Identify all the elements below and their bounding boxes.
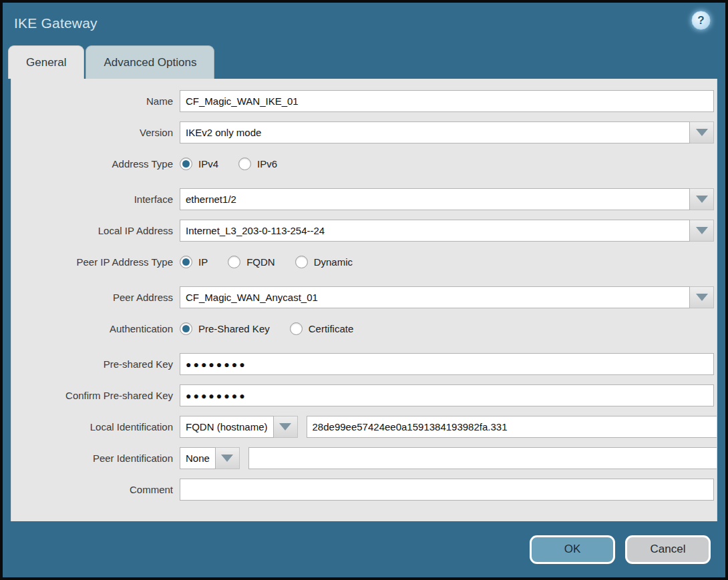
name-input[interactable] xyxy=(180,90,714,112)
interface-label: Interface xyxy=(11,194,180,205)
peer-identification-type-dropdown[interactable]: None xyxy=(180,447,240,469)
name-row: Name xyxy=(11,90,717,112)
chevron-down-icon[interactable] xyxy=(216,447,240,469)
auth-certificate-radio[interactable]: Certificate xyxy=(290,322,354,335)
ok-button[interactable]: OK xyxy=(530,535,615,564)
radio-selected-icon xyxy=(180,322,192,335)
local-identification-label: Local Identification xyxy=(11,421,180,432)
chevron-down-icon[interactable] xyxy=(690,220,714,242)
radio-label: IPv4 xyxy=(198,158,218,170)
footer-bar: OK Cancel xyxy=(3,521,725,577)
local-identification-type-value: FQDN (hostname) xyxy=(180,416,274,438)
comment-row: Comment xyxy=(11,479,717,501)
peer-address-row: Peer Address CF_Magic_WAN_Anycast_01 xyxy=(11,286,717,308)
ike-gateway-dialog: IKE Gateway ? General Advanced Options N… xyxy=(0,0,728,580)
chevron-down-icon[interactable] xyxy=(690,188,714,210)
peer-ip-address-type-label: Peer IP Address Type xyxy=(11,256,180,268)
peer-type-ip-radio[interactable]: IP xyxy=(180,256,208,268)
interface-row: Interface ethernet1/2 xyxy=(11,188,717,210)
comment-label: Comment xyxy=(11,484,180,495)
version-label: Version xyxy=(11,127,180,138)
title-bar: IKE Gateway ? xyxy=(3,3,725,41)
help-icon[interactable]: ? xyxy=(691,11,711,30)
version-dropdown[interactable]: IKEv2 only mode xyxy=(180,121,714,143)
peer-identification-type-value: None xyxy=(180,447,216,469)
peer-type-fqdn-radio[interactable]: FQDN xyxy=(228,256,275,268)
pre-shared-key-label: Pre-shared Key xyxy=(11,358,180,370)
local-ip-address-row: Local IP Address Internet_L3_203-0-113-2… xyxy=(11,220,717,242)
address-type-row: Address Type IPv4 IPv6 xyxy=(11,153,717,175)
authentication-label: Authentication xyxy=(11,323,180,334)
local-identification-type-dropdown[interactable]: FQDN (hostname) xyxy=(180,416,298,438)
peer-identification-row: Peer Identification None xyxy=(11,447,717,469)
radio-unselected-icon xyxy=(290,322,303,335)
local-ip-address-dropdown[interactable]: Internet_L3_203-0-113-254--24 xyxy=(180,220,714,242)
version-row: Version IKEv2 only mode xyxy=(11,121,717,143)
tab-general[interactable]: General xyxy=(8,45,84,79)
local-identification-value-input[interactable] xyxy=(307,416,717,438)
local-identification-row: Local Identification FQDN (hostname) xyxy=(11,416,717,438)
address-type-label: Address Type xyxy=(11,158,180,170)
radio-label: FQDN xyxy=(246,256,275,268)
authentication-row: Authentication Pre-Shared Key Certificat… xyxy=(11,318,717,340)
tab-bar: General Advanced Options xyxy=(3,41,725,79)
auth-pre-shared-key-radio[interactable]: Pre-Shared Key xyxy=(180,322,270,335)
chevron-down-icon[interactable] xyxy=(274,416,298,438)
version-selected-value: IKEv2 only mode xyxy=(180,121,690,143)
address-type-ipv6-radio[interactable]: IPv6 xyxy=(238,158,277,170)
tab-advanced-options[interactable]: Advanced Options xyxy=(85,45,214,79)
peer-type-dynamic-radio[interactable]: Dynamic xyxy=(295,256,353,268)
local-ip-address-selected-value: Internet_L3_203-0-113-254--24 xyxy=(180,220,690,242)
peer-identification-value-input[interactable] xyxy=(248,447,717,469)
peer-address-dropdown[interactable]: CF_Magic_WAN_Anycast_01 xyxy=(180,286,714,308)
local-ip-address-label: Local IP Address xyxy=(11,225,180,236)
radio-label: Dynamic xyxy=(314,256,353,268)
interface-selected-value: ethernet1/2 xyxy=(180,188,690,210)
chevron-down-icon[interactable] xyxy=(690,121,714,143)
radio-label: IP xyxy=(198,256,208,268)
radio-unselected-icon xyxy=(295,256,308,268)
cancel-button[interactable]: Cancel xyxy=(625,535,711,564)
address-type-ipv4-radio[interactable]: IPv4 xyxy=(180,158,218,170)
peer-identification-label: Peer Identification xyxy=(11,453,180,464)
confirm-pre-shared-key-input[interactable] xyxy=(180,384,714,406)
pre-shared-key-input[interactable] xyxy=(180,353,714,375)
comment-input[interactable] xyxy=(180,479,714,501)
interface-dropdown[interactable]: ethernet1/2 xyxy=(180,188,714,210)
name-label: Name xyxy=(11,95,180,107)
general-tab-panel: Name Version IKEv2 only mode Address Typ… xyxy=(11,79,717,521)
peer-address-selected-value: CF_Magic_WAN_Anycast_01 xyxy=(180,286,690,308)
radio-label: IPv6 xyxy=(257,158,277,170)
radio-selected-icon xyxy=(180,158,192,170)
dialog-title: IKE Gateway xyxy=(14,15,98,31)
peer-address-label: Peer Address xyxy=(11,292,180,303)
radio-selected-icon xyxy=(180,256,192,268)
radio-unselected-icon xyxy=(228,256,240,268)
confirm-pre-shared-key-label: Confirm Pre-shared Key xyxy=(11,390,180,401)
confirm-pre-shared-key-row: Confirm Pre-shared Key xyxy=(11,384,717,406)
radio-unselected-icon xyxy=(238,158,251,170)
pre-shared-key-row: Pre-shared Key xyxy=(11,353,717,375)
radio-label: Pre-Shared Key xyxy=(198,323,270,334)
peer-ip-address-type-row: Peer IP Address Type IP FQDN Dynamic xyxy=(11,251,717,273)
radio-label: Certificate xyxy=(309,323,354,334)
chevron-down-icon[interactable] xyxy=(690,286,714,308)
